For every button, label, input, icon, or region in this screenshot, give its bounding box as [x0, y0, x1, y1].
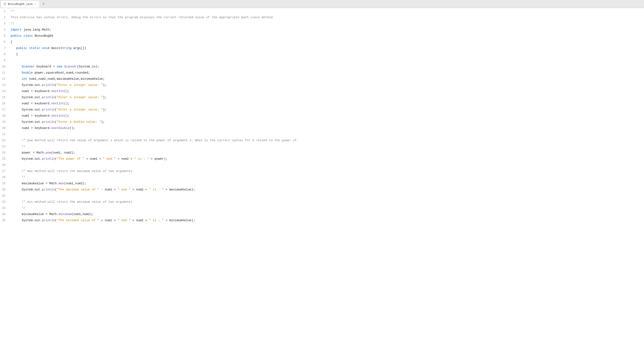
code-content[interactable]: Double power,squareRoot,num4,rounded; [8, 70, 644, 76]
new-tab-button[interactable]: + [40, 1, 46, 7]
line-number: 33 [0, 205, 8, 211]
line-number: 17 [0, 106, 8, 112]
line-number: 30 [0, 186, 8, 192]
table-row: 15 System.out.println("Enter a integer v… [0, 94, 644, 100]
code-content[interactable]: This exercise has syntax errors. Debug t… [8, 14, 644, 20]
code-content[interactable] [8, 162, 644, 168]
table-row: 14 num1 = keyboard.nextInt(); [0, 88, 644, 94]
code-content[interactable] [8, 131, 644, 137]
table-row: 18 num3 = keyboard.nextInt(); [0, 112, 644, 119]
code-content[interactable]: public static void main(String args[]) [8, 45, 644, 51]
line-number: 22 [0, 137, 8, 143]
code-content[interactable]: import java.lang.Math; [8, 26, 644, 33]
table-row: 35 System.out.println("The minimum value… [0, 217, 644, 223]
line-number: 8 [0, 51, 8, 57]
line-number: 7 [0, 45, 8, 51]
table-row: 4import java.lang.Math; [0, 26, 644, 33]
line-number: 31 [0, 192, 8, 199]
line-number: 20 [0, 125, 8, 131]
code-content[interactable]: System.out.println("Enter a integer valu… [8, 106, 644, 112]
code-content[interactable] [8, 57, 644, 64]
table-row: 11 Double power,squareRoot,num4,rounded; [0, 70, 644, 76]
code-content[interactable]: minimumValue = Math.minimum(num1,num2); [8, 211, 644, 217]
line-number: 23 [0, 143, 8, 150]
table-row: 32 /* min method will return the maximum… [0, 199, 644, 205]
table-row: 30 System.out.println("The maximum value… [0, 186, 644, 192]
line-number: 24 [0, 150, 8, 156]
table-row: 29 maximumvalue = Math.max(num1,num2); [0, 180, 644, 186]
table-row: 22 /* pow method will return the value o… [0, 137, 644, 143]
code-content[interactable] [8, 192, 644, 199]
code-content[interactable]: */ [8, 205, 644, 211]
code-content[interactable]: */ [8, 20, 644, 26]
tab-close-button[interactable]: × [34, 2, 37, 6]
code-content[interactable]: System.out.println("The maximum value of… [8, 186, 644, 192]
file-icon [3, 2, 6, 6]
line-number: 1 [0, 8, 8, 14]
line-number: 12 [0, 76, 8, 82]
line-number: 14 [0, 88, 8, 94]
line-number: 10 [0, 64, 8, 70]
code-content[interactable]: */ [8, 174, 644, 180]
line-number: 35 [0, 217, 8, 223]
code-content[interactable]: /* [8, 8, 644, 14]
line-number: 26 [0, 162, 8, 168]
table-row: 33 */ [0, 205, 644, 211]
table-row: 9 [0, 57, 644, 64]
code-content[interactable]: /* max method will return the maximum va… [8, 168, 644, 174]
code-content[interactable]: /* min method will return the maximum va… [8, 199, 644, 205]
code-content[interactable]: System.out.println("The power of " + num… [8, 156, 644, 162]
code-content[interactable]: System.out.println("The minimum value of… [8, 217, 644, 223]
code-content[interactable]: power = Math.pow(num1, num2); [8, 150, 644, 156]
table-row: 12 int num1,num2,num3,maximumValue,minim… [0, 76, 644, 82]
table-row: 13 System.out.println("Enter a integer v… [0, 82, 644, 88]
table-row: 28 */ [0, 174, 644, 180]
line-number: 16 [0, 100, 8, 106]
table-row: 31 [0, 192, 644, 199]
code-content[interactable]: num3 = keyboard.nextInt(); [8, 112, 644, 119]
table-row: 7 public static void main(String args[]) [0, 45, 644, 51]
table-row: 27 /* max method will return the maximum… [0, 168, 644, 174]
line-number: 3 [0, 20, 8, 26]
code-content[interactable]: num1 = keyboard.nextInt(); [8, 88, 644, 94]
table-row: 2This exercise has syntax errors. Debug … [0, 14, 644, 20]
line-number: 21 [0, 131, 8, 137]
tab-bonusbug04[interactable]: BonusBug04.java × [1, 0, 40, 8]
line-number: 19 [0, 119, 8, 125]
code-table: 1/*2This exercise has syntax errors. Deb… [0, 8, 644, 223]
code-content[interactable]: { [8, 51, 644, 57]
code-content[interactable]: System.out.println("Enter a integer valu… [8, 94, 644, 100]
tab-bar: BonusBug04.java × + [0, 0, 644, 8]
table-row: 3*/ [0, 20, 644, 26]
code-content[interactable]: { [8, 39, 644, 45]
line-number: 18 [0, 112, 8, 119]
code-content[interactable]: num2 = keyboard.nextInt(); [8, 100, 644, 106]
editor-window: BonusBug04.java × + 1/*2This exercise ha… [0, 0, 644, 344]
table-row: 20 num4 = keyboard.nextDouble(); [0, 125, 644, 131]
code-content[interactable]: num4 = keyboard.nextDouble(); [8, 125, 644, 131]
code-content[interactable]: maximumvalue = Math.max(num1,num2); [8, 180, 644, 186]
line-number: 5 [0, 33, 8, 39]
code-content[interactable]: public class BonusBug04 [8, 33, 644, 39]
line-number: 2 [0, 14, 8, 20]
table-row: 19 System.out.println("Enter a double va… [0, 119, 644, 125]
table-row: 5public class BonusBug04 [0, 33, 644, 39]
line-number: 15 [0, 94, 8, 100]
line-number: 32 [0, 199, 8, 205]
table-row: 6{ [0, 39, 644, 45]
table-row: 1/* [0, 8, 644, 14]
code-content[interactable]: /* pow method will return the value of a… [8, 137, 644, 143]
code-content[interactable]: int num1,num2,num3,maximumValue,minimumV… [8, 76, 644, 82]
code-content[interactable]: */ [8, 143, 644, 150]
code-content[interactable]: System.out.println("Enter a double value… [8, 119, 644, 125]
code-editor[interactable]: 1/*2This exercise has syntax errors. Deb… [0, 8, 644, 344]
line-number: 28 [0, 174, 8, 180]
code-content[interactable]: System.out.println("Enter a integer valu… [8, 82, 644, 88]
line-number: 4 [0, 26, 8, 33]
line-number: 13 [0, 82, 8, 88]
line-number: 34 [0, 211, 8, 217]
table-row: 17 System.out.println("Enter a integer v… [0, 106, 644, 112]
table-row: 24 power = Math.pow(num1, num2); [0, 150, 644, 156]
line-number: 11 [0, 70, 8, 76]
code-content[interactable]: Scanner keyboard = new Scanner(System.in… [8, 64, 644, 70]
